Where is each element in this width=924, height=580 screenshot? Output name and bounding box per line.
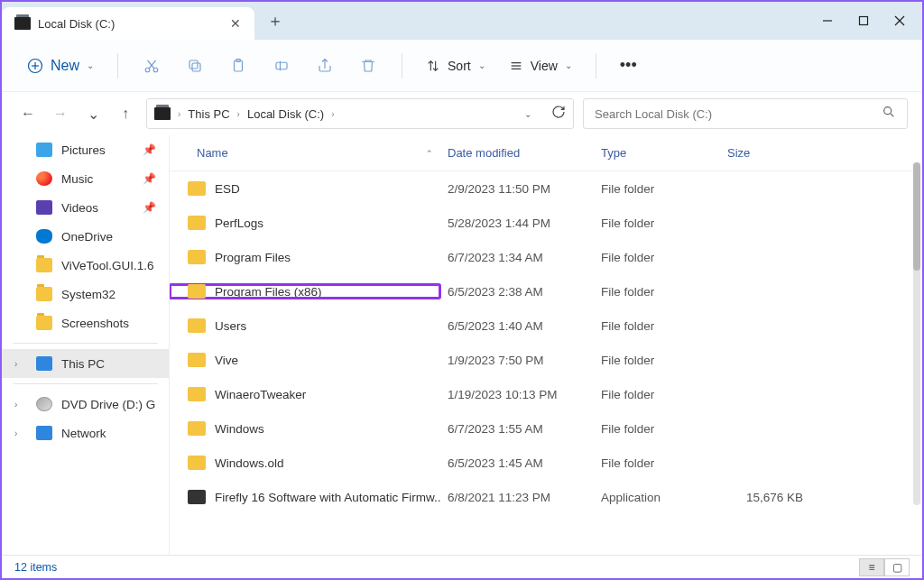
- pc-icon: [36, 356, 52, 371]
- file-row[interactable]: Vive1/9/2023 7:50 PMFile folder: [170, 343, 922, 377]
- cell-type: Application: [594, 491, 720, 504]
- copy-button[interactable]: [176, 51, 214, 81]
- file-row[interactable]: WinaeroTweaker1/19/2023 10:13 PMFile fol…: [170, 377, 922, 411]
- sidebar-item-folder[interactable]: Screenshots: [2, 308, 169, 337]
- sort-button[interactable]: Sort ⌄: [417, 53, 494, 78]
- column-size[interactable]: Size: [720, 141, 810, 165]
- file-row[interactable]: Windows6/7/2023 1:55 AMFile folder: [170, 411, 922, 446]
- file-name: WinaeroTweaker: [215, 388, 306, 401]
- cell-type: File folder: [594, 388, 720, 401]
- more-button[interactable]: •••: [611, 51, 646, 80]
- sidebar-item-music[interactable]: Music📌: [2, 164, 169, 193]
- file-row[interactable]: Program Files (x86)6/5/2023 2:38 AMFile …: [170, 274, 922, 308]
- close-tab-button[interactable]: ✕: [229, 17, 242, 30]
- address-dropdown[interactable]: ⌄: [524, 109, 531, 119]
- details-view-button[interactable]: ≡: [859, 558, 884, 576]
- cell-type: File folder: [594, 319, 720, 333]
- title-bar: Local Disk (C:) ✕ ＋: [2, 2, 922, 40]
- sidebar-item-pictures[interactable]: Pictures📌: [2, 135, 169, 164]
- address-bar[interactable]: › This PC › Local Disk (C:) › ⌄: [146, 98, 574, 129]
- up-button[interactable]: ↑: [114, 102, 137, 125]
- sidebar-item-label: Screenshots: [61, 317, 129, 330]
- pin-icon: 📌: [143, 143, 156, 156]
- cell-name: Windows.old: [170, 456, 440, 470]
- breadcrumb[interactable]: This PC: [188, 107, 229, 121]
- view-button[interactable]: View ⌄: [500, 53, 581, 78]
- file-row[interactable]: PerfLogs5/28/2023 1:44 PMFile folder: [170, 206, 922, 240]
- file-row[interactable]: Firefly 16 Software with Automatic Firmw…: [170, 480, 922, 514]
- column-date[interactable]: Date modified: [440, 141, 594, 165]
- nav-bar: ← → ⌄ ↑ › This PC › Local Disk (C:) › ⌄: [2, 92, 922, 135]
- forward-button[interactable]: →: [49, 102, 72, 125]
- share-button[interactable]: [306, 51, 344, 81]
- cloud-icon: [36, 229, 52, 244]
- minimize-button[interactable]: [819, 13, 836, 29]
- scrollbar[interactable]: [913, 162, 920, 505]
- cell-name: ESD: [170, 181, 440, 196]
- pin-icon: 📌: [143, 172, 156, 185]
- delete-button[interactable]: [349, 51, 387, 81]
- svg-rect-12: [189, 60, 198, 69]
- file-row[interactable]: ESD2/9/2023 11:50 PMFile folder: [170, 171, 922, 206]
- large-icons-button[interactable]: ▢: [884, 558, 910, 576]
- sidebar-item-folder[interactable]: ViVeTool.GUI.1.6: [2, 251, 169, 280]
- pin-icon: 📌: [143, 201, 156, 214]
- column-type[interactable]: Type: [594, 141, 720, 165]
- close-window-button[interactable]: [892, 13, 908, 29]
- file-row[interactable]: Windows.old6/5/2023 1:45 AMFile folder: [170, 446, 922, 480]
- divider: [596, 53, 596, 78]
- chevron-right-icon[interactable]: ›: [14, 428, 17, 438]
- cell-type: File folder: [594, 422, 720, 436]
- folder-icon: [188, 456, 206, 470]
- chevron-right-icon: ›: [237, 109, 240, 119]
- cell-date: 6/8/2021 11:23 PM: [440, 491, 594, 504]
- folder-icon: [188, 284, 206, 299]
- search-icon: [882, 105, 896, 123]
- cut-button[interactable]: [133, 51, 171, 81]
- window-controls: [819, 13, 922, 29]
- paste-button[interactable]: [219, 51, 257, 81]
- column-name[interactable]: Name⌃: [170, 141, 440, 165]
- sidebar-item-videos[interactable]: Videos📌: [2, 193, 169, 222]
- chevron-right-icon[interactable]: ›: [14, 400, 17, 410]
- music-icon: [36, 171, 52, 186]
- folder-icon: [188, 250, 206, 264]
- disk-icon: [14, 17, 31, 30]
- back-button[interactable]: ←: [16, 102, 40, 125]
- sidebar-item-dvd[interactable]: ›DVD Drive (D:) G: [2, 390, 169, 419]
- content-pane: Name⌃ Date modified Type Size ESD2/9/202…: [170, 135, 922, 555]
- recent-dropdown[interactable]: ⌄: [81, 102, 105, 125]
- file-name: Users: [215, 319, 246, 333]
- sidebar-item-this-pc[interactable]: ›This PC: [2, 349, 169, 378]
- sidebar-item-label: Network: [61, 427, 106, 440]
- search-input[interactable]: [595, 107, 882, 121]
- divider: [13, 343, 158, 344]
- cell-date: 6/5/2023 2:38 AM: [440, 285, 594, 299]
- column-header: Name⌃ Date modified Type Size: [170, 135, 922, 171]
- search-bar[interactable]: [583, 98, 908, 129]
- chevron-right-icon: ›: [178, 109, 180, 119]
- sidebar-item-label: Music: [61, 172, 93, 186]
- sidebar-item-label: This PC: [61, 357, 105, 371]
- file-row[interactable]: Users6/5/2023 1:40 AMFile folder: [170, 308, 922, 343]
- breadcrumb[interactable]: Local Disk (C:): [247, 107, 324, 121]
- sidebar-item-folder[interactable]: System32: [2, 280, 169, 308]
- refresh-button[interactable]: [551, 105, 566, 123]
- sidebar-item-network[interactable]: ›Network: [2, 419, 169, 447]
- maximize-button[interactable]: [855, 13, 872, 29]
- dvd-icon: [36, 397, 52, 411]
- sidebar-item-onedrive[interactable]: OneDrive: [2, 222, 169, 251]
- scrollbar-thumb[interactable]: [913, 162, 920, 271]
- sidebar-item-label: DVD Drive (D:) G: [61, 398, 155, 411]
- sort-arrow-icon: ⌃: [426, 149, 433, 158]
- file-name: Program Files (x86): [215, 285, 322, 299]
- new-tab-button[interactable]: ＋: [267, 10, 283, 32]
- svg-line-10: [148, 60, 155, 69]
- file-list: ESD2/9/2023 11:50 PMFile folderPerfLogs5…: [170, 171, 922, 555]
- new-button[interactable]: New ⌄: [18, 52, 103, 79]
- divider: [402, 53, 402, 78]
- file-row[interactable]: Program Files6/7/2023 1:34 AMFile folder: [170, 240, 922, 274]
- rename-button[interactable]: [263, 51, 300, 81]
- chevron-right-icon[interactable]: ›: [14, 359, 17, 369]
- tab-local-disk[interactable]: Local Disk (C:) ✕: [2, 7, 254, 40]
